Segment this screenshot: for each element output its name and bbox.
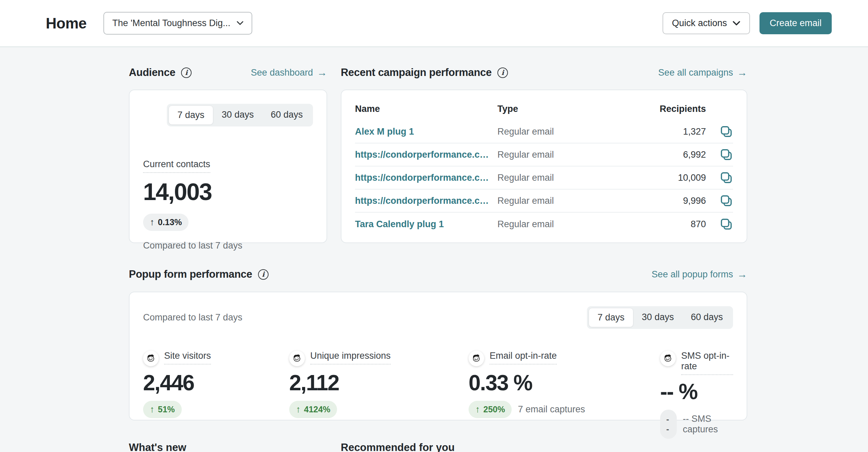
- quick-actions-button[interactable]: Quick actions: [663, 12, 750, 34]
- see-all-campaigns-link[interactable]: See all campaigns →: [658, 67, 747, 78]
- table-row: Alex M plug 1 Regular email 1,327: [355, 120, 733, 143]
- create-email-button[interactable]: Create email: [760, 12, 832, 34]
- campaigns-table-header: Name Type Recipients: [355, 101, 733, 120]
- campaign-type: Regular email: [497, 126, 599, 137]
- table-row: https://condorperformance.co... Regular …: [355, 143, 733, 166]
- replicate-campaign-button[interactable]: [719, 194, 733, 208]
- campaign-name-link[interactable]: https://condorperformance.co...: [355, 173, 497, 183]
- audience-tabs-row: 7 days 30 days 60 days: [143, 104, 313, 126]
- home-dashboard-page: Home The 'Mental Toughness Dig... Quick …: [0, 0, 868, 452]
- audience-card: 7 days 30 days 60 days Current contacts …: [129, 90, 327, 243]
- popup-section-header: Popup form performance i See all popup f…: [129, 268, 747, 280]
- stat-change-value: 250%: [484, 405, 505, 414]
- info-icon[interactable]: i: [181, 67, 192, 78]
- campaign-type: Regular email: [497, 196, 599, 206]
- campaign-name-link[interactable]: https://condorperformance.co...: [355, 196, 497, 206]
- popup-period-tabs: 7 days 30 days 60 days: [587, 306, 733, 329]
- bottom-sections-row: What's new Recommended for you: [129, 441, 747, 452]
- campaign-name-link[interactable]: https://condorperformance.co...: [355, 150, 497, 160]
- campaign-type: Regular email: [497, 219, 599, 230]
- contacts-compare-label: Compared to last 7 days: [143, 240, 313, 251]
- campaign-type: Regular email: [497, 150, 599, 160]
- tab-7-days[interactable]: 7 days: [169, 105, 213, 125]
- audience-selector-value: The 'Mental Toughness Dig...: [112, 18, 230, 28]
- up-arrow-icon: ↑: [475, 404, 480, 415]
- quick-actions-label: Quick actions: [672, 18, 727, 28]
- right-arrow-icon: →: [737, 269, 747, 280]
- stat-value: 0.33 %: [469, 370, 660, 395]
- page-title: Home: [46, 15, 86, 32]
- tab-30-days[interactable]: 30 days: [633, 308, 683, 327]
- audience-section: Audience i See dashboard → 7 days 30 day…: [129, 66, 327, 243]
- column-name: Name: [355, 104, 497, 114]
- stat-value: 2,446: [143, 370, 289, 395]
- stat-change-badge: ↑ 51%: [143, 401, 182, 418]
- replicate-campaign-button[interactable]: [719, 171, 733, 184]
- recommended-section: Recommended for you: [341, 441, 455, 452]
- stat-change-badge: ↑ 250%: [469, 401, 512, 418]
- replicate-campaign-button[interactable]: [719, 125, 733, 138]
- tab-60-days[interactable]: 60 days: [262, 105, 311, 125]
- popup-card-top-row: Compared to last 7 days 7 days 30 days 6…: [143, 306, 733, 329]
- audience-title: Audience: [129, 66, 175, 79]
- table-row: https://condorperformance.co... Regular …: [355, 166, 733, 190]
- column-type: Type: [497, 104, 599, 114]
- whats-new-section: What's new: [129, 441, 341, 452]
- tab-30-days[interactable]: 30 days: [213, 105, 262, 125]
- replicate-campaign-button[interactable]: [719, 148, 733, 161]
- stat-email-opt-in-rate: Email opt-in-rate 0.33 % ↑ 250% 7 email …: [469, 351, 660, 439]
- up-arrow-icon: ↑: [150, 404, 155, 415]
- table-row: Tara Calendly plug 1 Regular email 870: [355, 213, 733, 236]
- audience-selector-dropdown[interactable]: The 'Mental Toughness Dig...: [103, 12, 252, 35]
- campaign-name-link[interactable]: Tara Calendly plug 1: [355, 219, 497, 230]
- freddie-icon: [143, 351, 159, 366]
- right-arrow-icon: →: [317, 67, 327, 78]
- see-all-popup-forms-label: See all popup forms: [652, 269, 733, 280]
- up-arrow-icon: ↑: [150, 217, 155, 228]
- see-dashboard-link[interactable]: See dashboard →: [251, 67, 327, 78]
- contacts-change-badge: ↑ 0.13%: [143, 214, 189, 231]
- stat-change-value: 4124%: [304, 405, 331, 414]
- campaigns-section-header: Recent campaign performance i See all ca…: [341, 66, 747, 79]
- info-icon[interactable]: i: [258, 269, 269, 280]
- replicate-campaign-button[interactable]: [719, 217, 733, 231]
- freddie-icon: [289, 351, 305, 366]
- top-bar: Home The 'Mental Toughness Dig... Quick …: [0, 0, 868, 47]
- stat-unique-impressions: Unique impressions 2,112 ↑ 4124%: [289, 351, 469, 439]
- stat-label: Email opt-in-rate: [490, 351, 557, 365]
- campaign-recipients: 9,996: [599, 196, 706, 206]
- campaigns-card: Name Type Recipients Alex M plug 1 Regul…: [341, 90, 747, 243]
- top-sections-row: Audience i See dashboard → 7 days 30 day…: [129, 66, 747, 243]
- audience-section-header: Audience i See dashboard →: [129, 66, 327, 79]
- stat-value: 2,112: [289, 370, 469, 395]
- see-all-popup-forms-link[interactable]: See all popup forms →: [652, 269, 747, 280]
- campaign-type: Regular email: [497, 173, 599, 183]
- chevron-down-icon: [237, 21, 243, 25]
- current-contacts-label: Current contacts: [143, 159, 210, 173]
- popup-title: Popup form performance: [129, 268, 252, 280]
- stat-change-badge: --: [660, 410, 677, 439]
- popup-compare-label: Compared to last 7 days: [143, 312, 242, 323]
- table-row: https://condorperformance.co... Regular …: [355, 190, 733, 213]
- info-icon[interactable]: i: [497, 67, 508, 78]
- popup-forms-card: Compared to last 7 days 7 days 30 days 6…: [129, 292, 747, 420]
- campaign-recipients: 6,992: [599, 150, 706, 160]
- see-all-campaigns-label: See all campaigns: [658, 67, 733, 78]
- popup-forms-section: Popup form performance i See all popup f…: [129, 268, 747, 420]
- stat-change-badge: ↑ 4124%: [289, 401, 337, 418]
- popup-stats-row: Site visitors 2,446 ↑ 51%: [143, 351, 733, 439]
- stat-value: -- %: [660, 379, 733, 404]
- campaign-name-link[interactable]: Alex M plug 1: [355, 126, 497, 137]
- stat-change-value: 51%: [158, 405, 175, 414]
- whats-new-title: What's new: [129, 441, 186, 452]
- stat-label: SMS opt-in-rate: [681, 351, 733, 375]
- see-dashboard-label: See dashboard: [251, 67, 313, 78]
- campaigns-section: Recent campaign performance i See all ca…: [341, 66, 747, 243]
- column-recipients: Recipients: [599, 104, 706, 114]
- tab-7-days[interactable]: 7 days: [589, 308, 633, 327]
- tab-60-days[interactable]: 60 days: [682, 308, 731, 327]
- campaign-recipients: 10,009: [599, 173, 706, 183]
- sms-captures-label: -- SMS captures: [683, 414, 733, 435]
- recommended-title: Recommended for you: [341, 441, 455, 452]
- campaigns-title: Recent campaign performance: [341, 66, 492, 79]
